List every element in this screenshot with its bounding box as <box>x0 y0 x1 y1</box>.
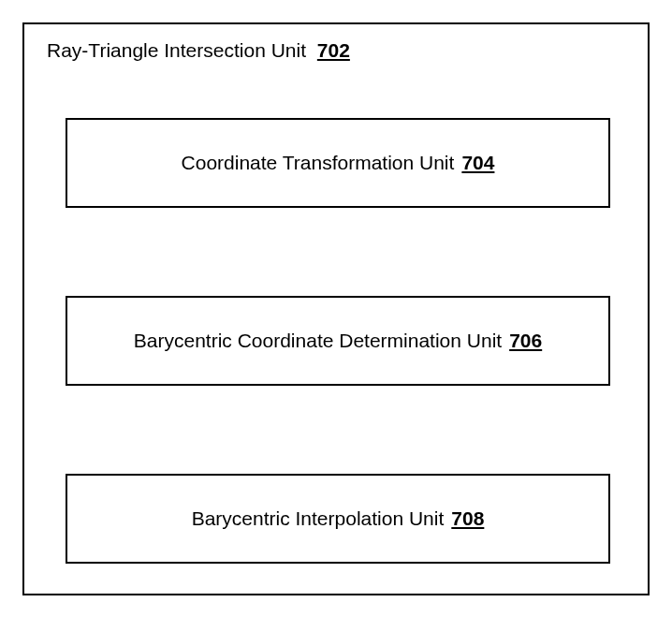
box-label: Barycentric Interpolation Unit <box>192 507 445 530</box>
box-ref: 708 <box>451 507 484 530</box>
barycentric-interpolation-unit: Barycentric Interpolation Unit 708 <box>66 474 610 564</box>
box-label: Barycentric Coordinate Determination Uni… <box>134 330 502 352</box>
coordinate-transformation-unit: Coordinate Transformation Unit 704 <box>66 118 610 208</box>
box-label: Coordinate Transformation Unit <box>182 152 455 174</box>
box-ref: 706 <box>509 330 542 352</box>
barycentric-coordinate-determination-unit: Barycentric Coordinate Determination Uni… <box>66 296 610 386</box>
ray-triangle-intersection-unit: Ray-Triangle Intersection Unit 702 Coord… <box>22 22 650 595</box>
outer-ref: 702 <box>317 39 350 61</box>
box-ref: 704 <box>461 152 494 174</box>
outer-title: Ray-Triangle Intersection Unit 702 <box>47 39 350 62</box>
outer-label: Ray-Triangle Intersection Unit <box>47 39 306 61</box>
